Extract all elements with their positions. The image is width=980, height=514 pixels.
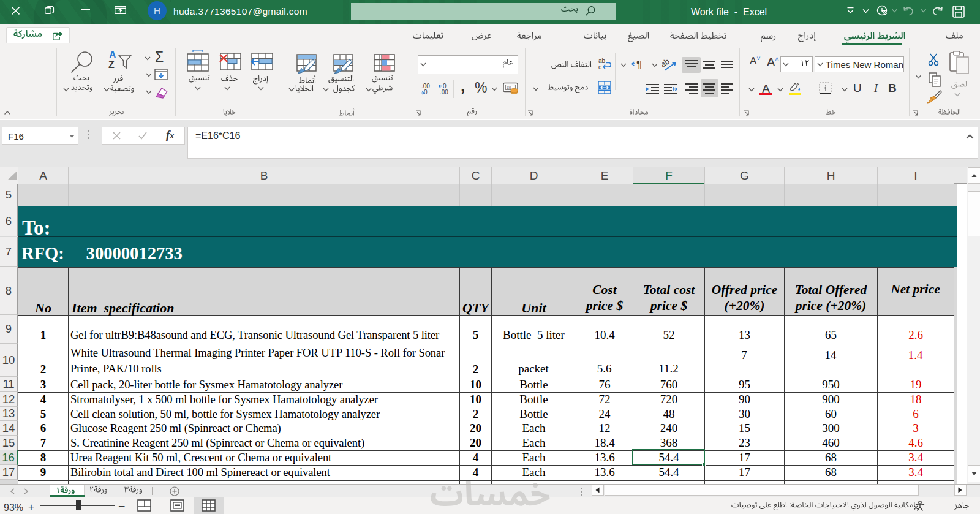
svg-text:ab: ab	[662, 58, 671, 69]
svg-text:¶: ¶	[636, 59, 642, 70]
svg-text:.00: .00	[440, 89, 448, 96]
svg-text:0: 0	[424, 89, 428, 96]
svg-text:c: c	[598, 64, 601, 70]
svg-text:co: co	[507, 85, 511, 89]
